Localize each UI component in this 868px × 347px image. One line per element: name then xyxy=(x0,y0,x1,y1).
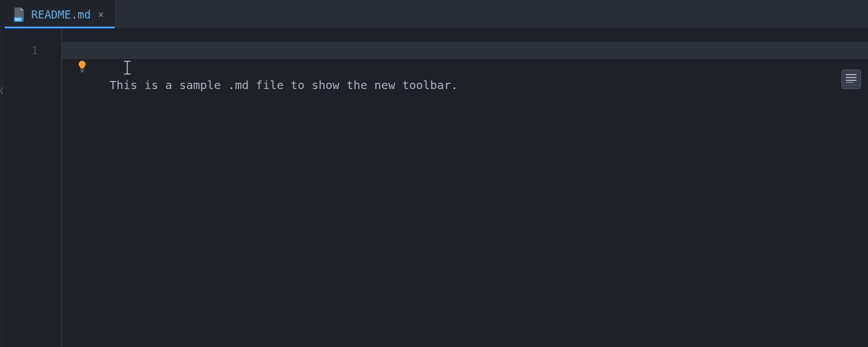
tab-bar-empty-area[interactable] xyxy=(115,0,868,28)
intention-bulb-row xyxy=(62,59,868,76)
tab-filename: README.md xyxy=(31,8,91,21)
tab-bar-leading-spacer xyxy=(0,0,5,28)
code-line-1[interactable]: This is a sample .md file to show the ne… xyxy=(62,42,868,59)
line-number-1[interactable]: 1 xyxy=(3,42,38,59)
svg-text:MD: MD xyxy=(15,17,21,21)
soft-wrap-button[interactable] xyxy=(841,69,861,89)
menu-lines-icon xyxy=(845,73,857,85)
tab-bar: MD README.md × xyxy=(0,0,868,29)
tab-active-indicator xyxy=(5,27,115,28)
markdown-file-icon: MD xyxy=(10,6,27,23)
close-icon[interactable]: × xyxy=(95,8,106,21)
svg-rect-3 xyxy=(81,71,84,72)
tab-readme[interactable]: MD README.md × xyxy=(5,0,115,28)
lightbulb-icon[interactable] xyxy=(77,60,87,75)
code-area[interactable]: This is a sample .md file to show the ne… xyxy=(61,29,868,347)
line-number-gutter[interactable]: 1 xyxy=(3,29,61,347)
svg-rect-2 xyxy=(80,69,84,71)
code-line-1-text: This is a sample .md file to show the ne… xyxy=(109,78,458,92)
editor: 1 This is a sample .md file to show the … xyxy=(0,29,868,347)
